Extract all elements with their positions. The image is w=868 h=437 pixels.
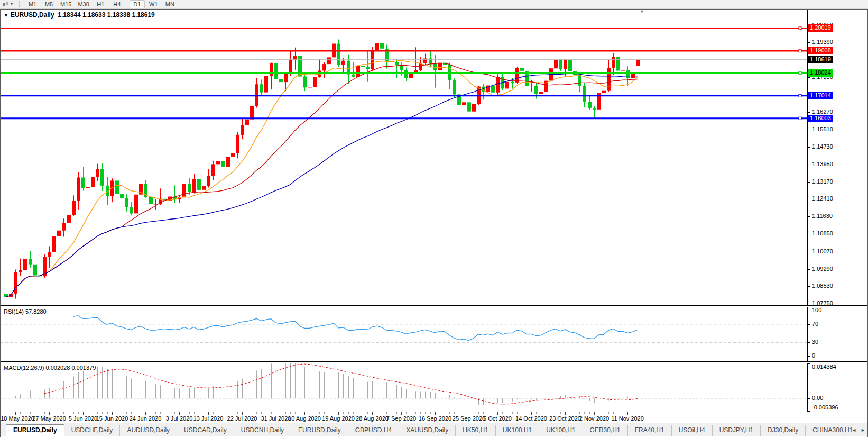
line-handle[interactable] (799, 71, 801, 74)
date-tick (483, 412, 484, 414)
line-handle[interactable] (799, 27, 801, 30)
date-tick (454, 412, 455, 414)
date-tick-major (565, 412, 566, 415)
date-tick (358, 412, 358, 414)
chart-tab-uk100-h1[interactable]: UK100,H1 (495, 425, 539, 436)
macd-tick-label: -0.005396 (812, 404, 838, 411)
timeframe-button-mn[interactable]: MN (162, 0, 178, 8)
scroll-anchor-icon[interactable]: ▼ (640, 10, 644, 14)
price-tick-label: 1.15510 (812, 126, 833, 133)
date-tick (204, 412, 204, 414)
date-tick-major (208, 412, 209, 415)
tab-scroll-left-icon[interactable]: ◄ (852, 426, 856, 434)
date-tick-major (594, 412, 595, 415)
date-tick (633, 412, 633, 414)
price-axis[interactable]: 1.201501.193901.186101.178301.170501.162… (807, 10, 867, 305)
date-tick (560, 412, 561, 414)
rsi-tick (808, 356, 810, 357)
date-tick (6, 412, 6, 414)
rsi-tick (808, 311, 810, 311)
date-tick (25, 412, 25, 414)
date-tick (623, 412, 623, 414)
collapse-icon[interactable]: ▼ (4, 13, 8, 18)
chart-tab-uk100-h1[interactable]: UK100,H1 (539, 425, 582, 436)
macd-signal-line (44, 364, 638, 404)
date-axis[interactable]: 18 May 202027 May 20205 Jun 202015 Jun 2… (1, 412, 867, 423)
macd-plot[interactable]: MACD(12,26,9) 0.002028 0.001379 (1, 363, 807, 412)
timeframe-button-h4[interactable]: H4 (109, 0, 125, 8)
date-label: 13 Jul 2020 (193, 415, 224, 422)
date-tick (233, 412, 233, 414)
price-tick (808, 269, 810, 270)
chart-tab-xauusd-daily[interactable]: XAUUSD,Daily (399, 425, 455, 436)
rsi-tick (808, 324, 810, 325)
price-tick (808, 112, 810, 113)
date-tick (464, 412, 464, 414)
date-tick (546, 412, 546, 414)
chart-tab-ger30-h1[interactable]: GER30,H1 (583, 425, 627, 436)
chart-tab-eurusd-daily[interactable]: EURUSD,Daily (6, 424, 64, 436)
macd-axis[interactable]: 0.0143840.00-0.005396 (807, 363, 867, 412)
date-tick (285, 412, 286, 414)
chart-tab-usoil-h4[interactable]: USOil,H4 (671, 425, 712, 436)
timeframe-button-m30[interactable]: M30 (75, 0, 91, 8)
chart-tab-dj30-daily[interactable]: DJ30,Daily (760, 425, 805, 436)
chart-tab-gbpusd-h4[interactable]: GBPUSD,H4 (348, 425, 399, 436)
date-tick (88, 412, 88, 414)
line-handle[interactable] (799, 117, 801, 120)
timeframe-button-w1[interactable]: W1 (146, 0, 161, 8)
main-chart-panel: ▼EURUSD,Daily 1.18344 1.18633 1.18338 1.… (1, 10, 867, 305)
toolbar-gripper[interactable] (19, 1, 21, 7)
date-tick (618, 412, 618, 414)
price-tick (808, 304, 810, 304)
tab-scroll-right-icon[interactable]: ► (861, 426, 865, 434)
date-tick (223, 412, 223, 414)
chart-tab-usdcad-daily[interactable]: USDCAD,Daily (177, 425, 234, 436)
date-tick (396, 412, 397, 414)
chevron-down-icon: ▾ (11, 2, 13, 6)
price-tick-label: 1.10070 (812, 248, 833, 255)
chart-tab-bar: EURUSD,DailyUSDCHF,DailyAUDUSD,DailyUSDC… (1, 423, 867, 436)
chart-window: ▼EURUSD,Daily 1.18344 1.18633 1.18338 1.… (0, 9, 868, 437)
date-tick (189, 412, 190, 414)
chart-tab-hk50-h1[interactable]: HK50,H1 (455, 425, 495, 436)
chart-tab-usdjpy-h1[interactable]: USDJPY,H1 (712, 425, 760, 436)
date-tick (478, 412, 479, 414)
macd-tick-label: 0.014384 (812, 363, 836, 370)
macd-tick (808, 398, 810, 399)
date-tick (300, 412, 300, 414)
date-tick (386, 412, 387, 414)
date-tick (69, 412, 69, 414)
main-chart-plot[interactable]: ▼EURUSD,Daily 1.18344 1.18633 1.18338 1.… (1, 10, 807, 305)
date-tick (218, 412, 218, 414)
date-label: 16 Sep 2020 (419, 415, 451, 422)
timeframe-button-m1[interactable]: M1 (25, 0, 40, 8)
chart-type-icon[interactable]: ▾ (1, 1, 14, 8)
date-tick (319, 412, 320, 414)
timeframe-button-m15[interactable]: M15 (58, 0, 74, 8)
chart-tab-usdcnh-daily[interactable]: USDCNH,Daily (234, 425, 291, 436)
date-tick (527, 412, 527, 414)
timeframe-button-h1[interactable]: H1 (93, 0, 108, 8)
date-label: 7 Sep 2020 (386, 415, 416, 422)
chart-tab-eurusd-daily[interactable]: EURUSD,Daily (291, 425, 348, 436)
timeframe-button-m5[interactable]: M5 (41, 0, 57, 8)
date-tick (541, 412, 541, 414)
timeframe-button-d1[interactable]: D1 (130, 0, 145, 8)
chart-tab-usdchf-daily[interactable]: USDCHF,Daily (64, 425, 120, 436)
rsi-tick-label: 30 (812, 339, 818, 345)
rsi-plot[interactable]: RSI(14) 57.8280 (1, 307, 807, 361)
date-tick-major (497, 412, 498, 415)
chart-tab-fra40-h1[interactable]: FRA40,H1 (627, 425, 671, 436)
date-label: 18 May 2020 (1, 415, 34, 422)
date-tick (445, 412, 445, 414)
rsi-panel: RSI(14) 57.8280 10070300 (1, 307, 867, 361)
level-price-badge: 1.16003 (808, 115, 833, 122)
price-tick-label: 1.13950 (812, 161, 833, 168)
price-tick (808, 77, 810, 78)
line-handle[interactable] (799, 50, 801, 52)
chart-tab-audusd-daily[interactable]: AUDUSD,Daily (119, 425, 177, 436)
line-handle[interactable] (799, 94, 801, 97)
chart-symbol: EURUSD,Daily (11, 11, 54, 19)
rsi-axis[interactable]: 10070300 (807, 307, 867, 361)
